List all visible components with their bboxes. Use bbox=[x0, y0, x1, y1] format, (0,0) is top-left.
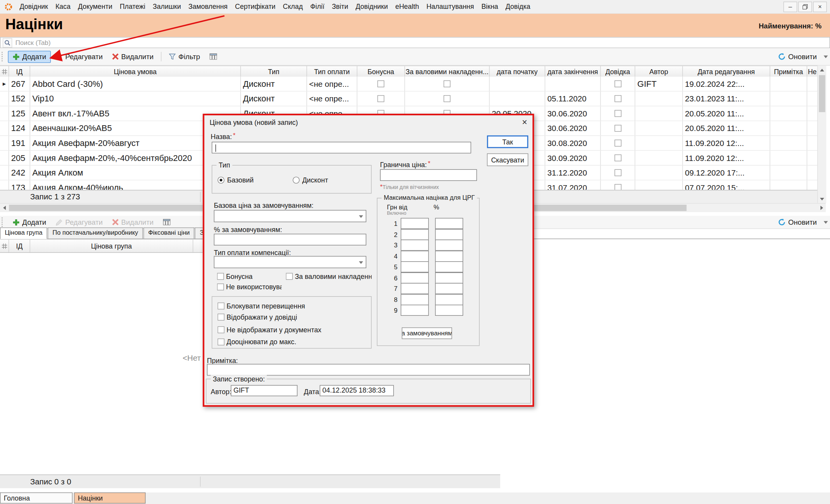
menu-item[interactable]: Каса bbox=[52, 0, 75, 13]
ref-checkbox[interactable] bbox=[614, 110, 621, 117]
gross-checkbox[interactable] bbox=[286, 273, 293, 280]
menu-item[interactable]: Склад bbox=[279, 0, 306, 13]
vertical-scrollbar[interactable] bbox=[817, 66, 826, 203]
bottom-tab-markups[interactable]: Націнки bbox=[74, 492, 146, 504]
col-header-author[interactable]: Автор bbox=[635, 66, 683, 77]
ref-checkbox[interactable] bbox=[614, 154, 621, 161]
col-header-gross[interactable]: За валовими накладенн... bbox=[405, 66, 489, 77]
max-markup-pct-input[interactable] bbox=[435, 240, 463, 251]
toolbar-overflow-icon[interactable] bbox=[823, 55, 828, 58]
col-header-date-edit[interactable]: Дата редагування bbox=[683, 66, 770, 77]
round-max-checkbox[interactable] bbox=[218, 338, 225, 345]
not-used-checkbox[interactable] bbox=[217, 284, 224, 290]
col-header-date-end[interactable]: дата закінчення bbox=[545, 66, 601, 77]
filter-button[interactable]: Фільтр bbox=[164, 50, 205, 63]
default-percent-input[interactable] bbox=[214, 234, 366, 245]
menu-item[interactable]: Сертифікати bbox=[231, 0, 279, 13]
show-ref-checkbox-item[interactable]: Відображати у довідці bbox=[218, 313, 297, 321]
max-markup-pct-input[interactable] bbox=[435, 261, 463, 272]
detail-col-header-id[interactable]: ІД bbox=[9, 240, 30, 252]
ref-checkbox[interactable] bbox=[614, 125, 621, 132]
menu-item[interactable]: eHealth bbox=[392, 0, 423, 13]
show-ref-checkbox[interactable] bbox=[218, 314, 225, 321]
menu-item[interactable]: Платежі bbox=[116, 0, 149, 13]
radio-discount[interactable]: Дисконт bbox=[293, 176, 328, 184]
menu-item[interactable]: Залишки bbox=[149, 0, 185, 13]
col-header-last[interactable]: Не bbox=[807, 66, 817, 77]
col-header-pay-type[interactable]: Тип оплати bbox=[307, 66, 358, 77]
tab-price-group[interactable]: Цінова група bbox=[0, 227, 47, 239]
gross-checkbox-item[interactable]: За валовими накладеннями bbox=[286, 272, 372, 280]
menu-item[interactable]: Вікна bbox=[478, 0, 502, 13]
detail-add-button[interactable]: Додати bbox=[8, 216, 51, 228]
refresh-button[interactable]: Оновити bbox=[773, 50, 822, 63]
menu-item[interactable]: Налаштування bbox=[423, 0, 478, 13]
max-markup-grn-input[interactable] bbox=[401, 250, 429, 262]
detail-refresh-button[interactable]: Оновити bbox=[773, 216, 822, 228]
block-exceed-checkbox-item[interactable]: Блокувати перевищення bbox=[218, 302, 305, 310]
menu-item[interactable]: Замовлення bbox=[185, 0, 231, 13]
scroll-right-icon[interactable] bbox=[817, 204, 826, 212]
bonus-checkbox[interactable] bbox=[217, 273, 224, 280]
ref-checkbox[interactable] bbox=[614, 169, 621, 176]
delete-button[interactable]: Видалити bbox=[107, 50, 158, 63]
hide-docs-checkbox-item[interactable]: Не відображати у документах bbox=[218, 326, 321, 334]
bonus-checkbox[interactable] bbox=[378, 95, 384, 102]
toolbar-overflow-icon[interactable] bbox=[823, 221, 828, 224]
menu-item[interactable]: Довідники bbox=[352, 0, 391, 13]
row-selector-header[interactable] bbox=[0, 240, 9, 252]
col-header-condition[interactable]: Цінова умова bbox=[30, 66, 241, 77]
col-header-ref[interactable]: Довідка bbox=[601, 66, 635, 77]
scroll-down-icon[interactable] bbox=[818, 195, 826, 203]
row-selector-header[interactable] bbox=[0, 66, 9, 77]
block-exceed-checkbox[interactable] bbox=[218, 303, 225, 310]
max-markup-pct-input[interactable] bbox=[435, 283, 463, 294]
tab-by-supplier[interactable]: По постачальнику/виробнику bbox=[48, 227, 143, 239]
menu-item[interactable]: Філії bbox=[306, 0, 328, 13]
hide-docs-checkbox[interactable] bbox=[218, 327, 225, 333]
max-markup-grn-input[interactable] bbox=[401, 261, 429, 272]
detail-delete-button[interactable]: Видалити bbox=[107, 216, 158, 228]
max-markup-pct-input[interactable] bbox=[435, 294, 463, 305]
base-price-select[interactable] bbox=[214, 210, 366, 222]
menu-item[interactable]: Довідка bbox=[502, 0, 534, 13]
max-markup-grn-input[interactable] bbox=[401, 218, 429, 229]
ok-button[interactable]: Так bbox=[487, 135, 528, 148]
cancel-button[interactable]: Скасувати bbox=[487, 153, 528, 166]
col-header-type[interactable]: Тип bbox=[241, 66, 307, 77]
detail-edit-button[interactable]: Редагувати bbox=[51, 216, 108, 228]
table-row[interactable]: ► 267 Abbot Card (-30%) Дисконт <не опре… bbox=[0, 77, 817, 92]
scroll-up-icon[interactable] bbox=[818, 66, 826, 74]
note-input[interactable] bbox=[207, 364, 530, 375]
close-button[interactable]: × bbox=[813, 2, 827, 12]
max-markup-pct-input[interactable] bbox=[435, 272, 463, 283]
add-button[interactable]: Додати bbox=[8, 50, 51, 63]
restore-button[interactable] bbox=[798, 2, 812, 12]
minimize-button[interactable]: – bbox=[783, 2, 797, 12]
ref-checkbox[interactable] bbox=[614, 95, 621, 102]
col-header-bonus[interactable]: Бонусна bbox=[357, 66, 405, 77]
bonus-checkbox-item[interactable]: Бонусна bbox=[217, 272, 253, 280]
detail-columns-button[interactable] bbox=[158, 217, 175, 228]
max-markup-grn-input[interactable] bbox=[401, 240, 429, 251]
gross-checkbox[interactable] bbox=[444, 95, 451, 102]
tab-fixed-prices[interactable]: Фіксовані ціни bbox=[143, 227, 195, 239]
pay-compensation-select[interactable] bbox=[214, 256, 366, 268]
round-max-checkbox-item[interactable]: Дооцінювати до макс. bbox=[218, 338, 296, 346]
scroll-left-icon[interactable] bbox=[0, 204, 8, 212]
vertical-scroll-thumb[interactable] bbox=[819, 75, 825, 112]
dialog-close-icon[interactable]: × bbox=[522, 118, 527, 128]
ref-checkbox[interactable] bbox=[614, 80, 621, 87]
edit-button[interactable]: Редагувати bbox=[51, 50, 108, 63]
bottom-tab-home[interactable]: Головна bbox=[0, 492, 73, 504]
radio-discount-circle[interactable] bbox=[293, 177, 299, 184]
not-used-checkbox-item[interactable]: Не використовувати bbox=[217, 283, 282, 291]
max-markup-grn-input[interactable] bbox=[401, 229, 429, 240]
max-markup-grn-input[interactable] bbox=[401, 305, 429, 316]
menu-item[interactable]: Довідник bbox=[16, 0, 52, 13]
max-markup-grn-input[interactable] bbox=[401, 272, 429, 283]
ref-checkbox[interactable] bbox=[614, 140, 621, 147]
max-markup-pct-input[interactable] bbox=[435, 218, 463, 229]
max-markup-grn-input[interactable] bbox=[401, 294, 429, 305]
col-header-date-start[interactable]: дата початку bbox=[490, 66, 546, 77]
